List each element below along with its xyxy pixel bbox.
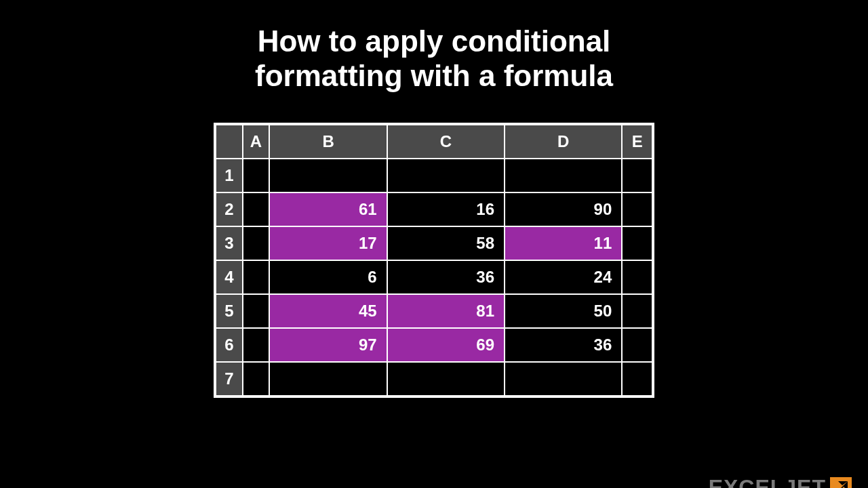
row-header: 4 [216,260,243,294]
cell-e3 [622,226,652,260]
col-header-c: C [387,125,505,159]
cell-e4 [622,260,652,294]
cell-d7 [505,362,622,396]
row-header: 1 [216,159,243,192]
cell-c7 [387,362,505,396]
cell-a2 [243,192,270,226]
column-header-row: A B C D E [216,125,652,159]
cell-b2: 61 [269,192,387,226]
cell-b7 [269,362,387,396]
cell-e7 [622,362,652,396]
table-row: 5 45 81 50 [216,294,652,328]
row-header: 2 [216,192,243,226]
cell-b3: 17 [269,226,387,260]
spreadsheet-table: A B C D E 1 2 [214,123,654,398]
cell-e6 [622,328,652,362]
title-line-2: formatting with a formula [255,59,613,92]
cell-c4: 36 [387,260,505,294]
cell-d6: 36 [505,328,622,362]
cell-c6: 69 [387,328,505,362]
cell-c1 [387,159,505,192]
col-header-a: A [243,125,270,159]
cell-b5: 45 [269,294,387,328]
arrow-icon [830,477,852,489]
title-line-1: How to apply conditional [258,24,611,58]
cell-d2: 90 [505,192,622,226]
cell-a4 [243,260,270,294]
table-row: 7 [216,362,652,396]
cell-d1 [505,159,622,192]
cell-d3: 11 [505,226,622,260]
col-header-b: B [269,125,387,159]
cell-a1 [243,159,270,192]
brand-logo: EXCELJET [709,475,852,488]
table-row: 2 61 16 90 [216,192,652,226]
table-row: 6 97 69 36 [216,328,652,362]
logo-text: EXCELJET [709,475,826,488]
cell-b1 [269,159,387,192]
cell-d5: 50 [505,294,622,328]
cell-b6: 97 [269,328,387,362]
cell-e1 [622,159,652,192]
cell-a5 [243,294,270,328]
slide-title: How to apply conditional formatting with… [0,24,868,93]
row-header: 6 [216,328,243,362]
col-header-d: D [505,125,622,159]
corner-cell [216,125,243,159]
cell-c5: 81 [387,294,505,328]
cell-e2 [622,192,652,226]
table-row: 4 6 36 24 [216,260,652,294]
table-row: 1 [216,159,652,192]
row-header: 7 [216,362,243,396]
cell-b4: 6 [269,260,387,294]
col-header-e: E [622,125,652,159]
row-header: 3 [216,226,243,260]
cell-c3: 58 [387,226,505,260]
table-row: 3 17 58 11 [216,226,652,260]
cell-c2: 16 [387,192,505,226]
cell-e5 [622,294,652,328]
row-header: 5 [216,294,243,328]
cell-a7 [243,362,270,396]
cell-a3 [243,226,270,260]
cell-d4: 24 [505,260,622,294]
cell-a6 [243,328,270,362]
